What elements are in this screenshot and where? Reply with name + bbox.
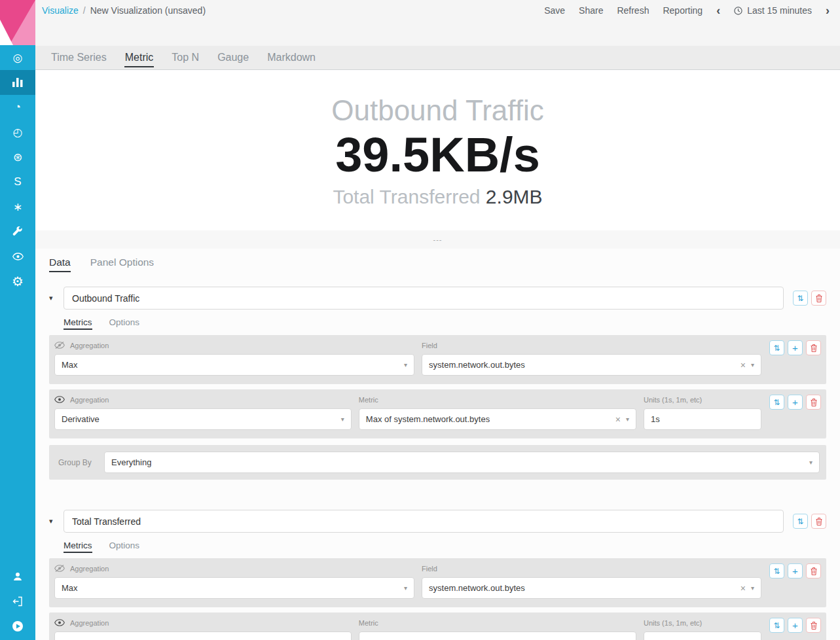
share-button[interactable]: Share — [579, 5, 603, 16]
series-1-metric-row-2: Aggregation Derivative ▾ Metric Max of s… — [49, 389, 826, 438]
monitoring-icon[interactable] — [0, 244, 35, 269]
add-metric-button[interactable]: + — [788, 340, 803, 355]
gear-glyph: ⚙ — [12, 274, 24, 289]
field-label: Field — [422, 563, 761, 573]
series-2-tab-metrics[interactable]: Metrics — [64, 541, 92, 553]
user-account-icon[interactable] — [0, 564, 35, 589]
visualize-icon[interactable] — [0, 70, 35, 95]
series-1-collapse-icon[interactable]: ▾ — [49, 294, 64, 302]
metric-reorder-button[interactable]: ⇅ — [769, 563, 784, 578]
series-2-row-1-aggregation-select[interactable]: Max ▾ — [54, 577, 414, 599]
series-1-row-1-aggregation-select[interactable]: Max ▾ — [54, 354, 414, 376]
tab-top-n[interactable]: Top N — [162, 46, 208, 69]
timelion-icon[interactable]: ◴ — [0, 120, 35, 145]
series-1-reorder-button[interactable]: ⇅ — [793, 291, 808, 306]
series-1-row-1-field-combo[interactable]: system.network.out.bytes × ▾ — [422, 354, 761, 376]
aggregation-label: Aggregation — [70, 396, 109, 404]
metric-row-actions: ⇅ + — [761, 563, 821, 578]
series-2-row-2-metric-combo[interactable]: ▾ — [359, 631, 636, 640]
bar-chart-icon — [12, 78, 23, 87]
clear-selection-icon[interactable]: × — [740, 583, 746, 594]
series-2-row-1-field-combo[interactable]: system.network.out.bytes × ▾ — [422, 577, 761, 599]
dashboard-icon[interactable]: ◔ — [0, 95, 35, 120]
management-icon[interactable]: ⚙ — [0, 269, 35, 294]
delete-metric-button[interactable] — [806, 395, 821, 410]
tab-time-series[interactable]: Time Series — [42, 46, 116, 69]
metric-visibility-toggle[interactable] — [54, 342, 65, 349]
trash-icon — [816, 518, 822, 525]
clear-selection-icon[interactable]: × — [740, 360, 746, 370]
group-by-select[interactable]: Everything ▾ — [104, 452, 820, 473]
field-value: system.network.out.bytes — [429, 583, 525, 593]
series-2-collapse-icon[interactable]: ▾ — [49, 517, 64, 525]
add-metric-button[interactable]: + — [788, 395, 803, 410]
wrench-icon — [12, 226, 23, 237]
field-group: Field system.network.out.bytes × ▾ — [422, 563, 761, 599]
main-area: Visualize / New Visualization (unsaved) … — [35, 0, 840, 640]
logout-icon[interactable] — [0, 589, 35, 614]
series-1-tab-metrics[interactable]: Metrics — [64, 317, 92, 330]
delete-metric-button[interactable] — [806, 618, 821, 633]
metric-reorder-button[interactable]: ⇅ — [769, 618, 784, 633]
tab-gauge[interactable]: Gauge — [208, 46, 258, 69]
exit-door-icon — [12, 596, 23, 607]
metric-visibility-toggle[interactable] — [54, 619, 65, 626]
graph-icon[interactable]: ⊛ — [0, 145, 35, 169]
series-1-delete-button[interactable] — [811, 291, 826, 306]
time-picker-button[interactable]: Last 15 minutes — [734, 5, 812, 16]
series-1-tab-options[interactable]: Options — [109, 317, 140, 330]
chevron-down-icon: ▾ — [809, 459, 813, 466]
save-button[interactable]: Save — [544, 5, 565, 16]
delete-metric-button[interactable] — [806, 563, 821, 578]
field-label: Field — [422, 340, 761, 350]
top-bar-row: Visualize / New Visualization (unsaved) … — [42, 0, 830, 21]
series-2-delete-button[interactable] — [811, 514, 826, 529]
breadcrumb-separator: / — [83, 5, 86, 16]
series-2-reorder-button[interactable]: ⇅ — [793, 514, 808, 529]
series-2-name-input[interactable] — [64, 510, 784, 533]
series-1-row-2-aggregation-select[interactable]: Derivative ▾ — [54, 408, 352, 430]
time-back-button[interactable]: ‹ — [716, 5, 720, 16]
panel-config-editor: Data Panel Options ▾ ⇅ — [35, 249, 840, 640]
series-2-metric-row-1: Aggregation Max ▾ Field system.network.o… — [49, 558, 826, 607]
time-forward-button[interactable]: › — [826, 5, 830, 16]
series-1-name-input[interactable] — [64, 287, 784, 310]
aggregation-group: Aggregation ▾ — [54, 618, 352, 640]
dev-tools-icon[interactable] — [0, 219, 35, 244]
chevron-down-icon: ▾ — [626, 416, 629, 423]
metric-label: Metric — [359, 395, 636, 404]
units-group: Units (1s, 1m, etc) — [644, 618, 761, 640]
metric-reorder-button[interactable]: ⇅ — [769, 395, 784, 410]
delete-metric-button[interactable] — [806, 340, 821, 355]
units-input[interactable] — [644, 631, 761, 640]
breadcrumb-visualize-link[interactable]: Visualize — [42, 5, 79, 16]
tab-data[interactable]: Data — [49, 257, 71, 272]
metric-visibility-toggle[interactable] — [54, 565, 65, 572]
metric-visibility-toggle[interactable] — [54, 396, 65, 403]
eye-slash-icon — [54, 342, 65, 349]
collapse-nav-icon[interactable] — [0, 614, 35, 639]
add-metric-button[interactable]: + — [788, 563, 803, 578]
drag-handle[interactable]: --- — [433, 236, 443, 243]
reporting-button[interactable]: Reporting — [663, 5, 703, 16]
series-2-tab-options[interactable]: Options — [109, 541, 140, 553]
discover-icon[interactable]: ◎ — [0, 45, 35, 70]
add-metric-button[interactable]: + — [788, 618, 803, 633]
tab-panel-options[interactable]: Panel Options — [90, 257, 154, 272]
tab-metric[interactable]: Metric — [116, 46, 163, 69]
eye-icon — [12, 253, 24, 260]
ml-icon[interactable]: ∗ — [0, 194, 35, 219]
refresh-button[interactable]: Refresh — [617, 5, 649, 16]
clear-selection-icon[interactable]: × — [615, 414, 621, 425]
sentinl-icon[interactable]: S — [0, 169, 35, 194]
units-input[interactable] — [644, 408, 761, 430]
series-2-row-2-aggregation-select[interactable]: ▾ — [54, 631, 352, 640]
eye-slash-icon — [54, 565, 65, 572]
series-1-row-2-metric-combo[interactable]: Max of system.network.out.bytes × ▾ — [359, 408, 636, 430]
metric-reorder-button[interactable]: ⇅ — [769, 340, 784, 355]
chevron-down-icon: ▾ — [751, 584, 754, 592]
nav-top-group: ◎ ◔ ◴ ⊛ S ∗ — [0, 45, 35, 294]
tab-markdown[interactable]: Markdown — [258, 46, 325, 69]
metric-value: Max of system.network.out.bytes — [366, 414, 490, 424]
kibana-logo[interactable] — [0, 0, 35, 45]
